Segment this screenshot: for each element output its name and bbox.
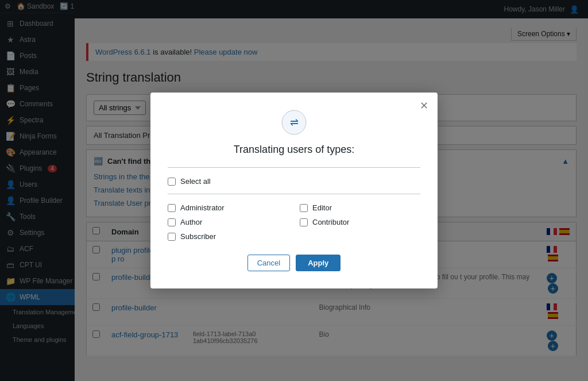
translate-users-icon: ⇌	[281, 110, 307, 135]
modal-divider	[168, 167, 420, 168]
apply-button[interactable]: Apply	[296, 255, 341, 271]
administrator-checkbox[interactable]	[168, 204, 176, 212]
administrator-label[interactable]: Administrator	[180, 203, 225, 212]
contributor-checkbox[interactable]	[300, 218, 308, 226]
editor-checkbox[interactable]	[300, 204, 308, 212]
modal-actions: Cancel Apply	[168, 255, 420, 271]
modal-overlay: ✕ ⇌ Translating users of types: Select a…	[0, 0, 588, 381]
checkbox-item-subscriber: Subscriber	[168, 232, 288, 241]
checkbox-item-editor: Editor	[300, 203, 420, 212]
editor-label[interactable]: Editor	[312, 203, 332, 212]
select-all-label[interactable]: Select all	[180, 177, 211, 186]
modal-close-button[interactable]: ✕	[420, 99, 428, 112]
translate-users-modal: ✕ ⇌ Translating users of types: Select a…	[150, 93, 438, 288]
subscriber-checkbox[interactable]	[168, 233, 176, 241]
user-types-grid: Administrator Editor Author Contributor …	[168, 203, 420, 241]
modal-icon-area: ⇌	[168, 110, 420, 137]
contributor-label[interactable]: Contributor	[312, 218, 349, 226]
select-all-row: Select all	[168, 177, 420, 186]
cancel-button[interactable]: Cancel	[247, 255, 290, 271]
checkbox-item-author: Author	[168, 218, 288, 226]
modal-divider-2	[168, 194, 420, 194]
select-all-checkbox[interactable]	[168, 178, 176, 186]
author-label[interactable]: Author	[180, 218, 202, 226]
checkbox-item-contributor: Contributor	[300, 218, 420, 226]
subscriber-label[interactable]: Subscriber	[180, 232, 216, 241]
checkbox-item-administrator: Administrator	[168, 203, 288, 212]
modal-title: Translating users of types:	[168, 144, 420, 156]
author-checkbox[interactable]	[168, 218, 176, 226]
svg-text:⇌: ⇌	[290, 117, 299, 128]
